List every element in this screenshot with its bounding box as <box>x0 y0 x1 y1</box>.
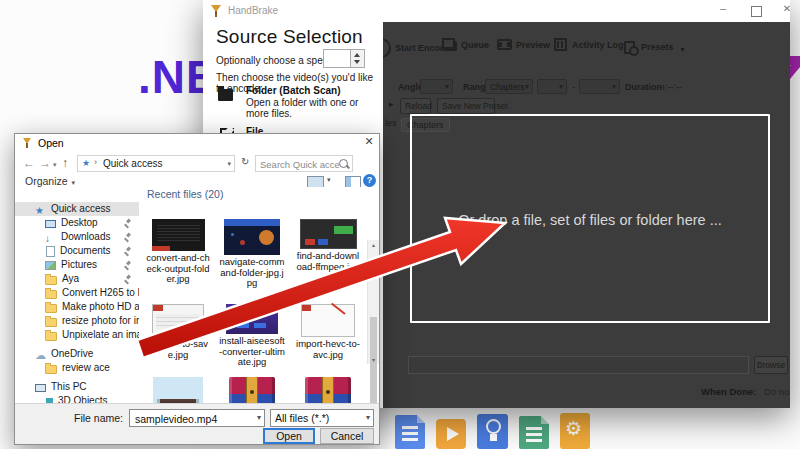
close-icon[interactable] <box>360 135 378 151</box>
minimize-icon[interactable] <box>715 2 731 18</box>
source-option-desc: Open a folder with one or more files. <box>246 97 379 119</box>
spin-down-icon[interactable] <box>354 60 360 64</box>
refresh-icon[interactable] <box>241 156 249 167</box>
range-end-dropdown[interactable] <box>579 79 620 94</box>
angle-dropdown[interactable] <box>420 79 453 94</box>
title-number-stepper[interactable] <box>350 49 365 68</box>
save-new-preset-button[interactable]: Save New Preset <box>437 98 495 114</box>
maximize-icon[interactable] <box>751 6 762 17</box>
green-doc-icon[interactable] <box>519 416 549 449</box>
search-box[interactable] <box>255 155 353 172</box>
chevron-down-icon[interactable] <box>227 160 231 168</box>
title-number-input[interactable] <box>323 49 351 68</box>
navigation-pane: Quick accessDesktopDownloadsDocumentsPic… <box>15 187 139 404</box>
back-icon[interactable] <box>23 156 35 170</box>
toolbar-item-preview[interactable]: Preview <box>497 38 550 51</box>
toolbar-item-presets[interactable]: Presets <box>622 38 685 56</box>
open-button[interactable]: Open <box>263 428 315 444</box>
star-icon <box>35 204 46 214</box>
sidebar-item-unpixelate-an-image[interactable]: Unpixelate an image <box>15 328 139 342</box>
drop-zone[interactable]: Or drop a file, set of files or folder h… <box>410 114 770 323</box>
breadcrumb[interactable]: Quick access <box>77 155 235 172</box>
sidebar-item-label: Downloads <box>61 230 110 244</box>
toolbar-item-label: Presets <box>641 42 674 52</box>
history-chevron-icon[interactable] <box>53 161 57 169</box>
sidebar-item-desktop[interactable]: Desktop <box>15 216 139 230</box>
sidebar-item-downloads[interactable]: Downloads <box>15 230 139 244</box>
when-done-row: When Done: Do nothing <box>701 386 790 397</box>
start-encode-icon <box>383 38 391 58</box>
file-list-scrollbar[interactable] <box>367 240 379 364</box>
file-thumbnail <box>152 219 205 251</box>
sidebar-item-quick-access[interactable]: Quick access <box>15 202 139 216</box>
file-thumbnail <box>305 377 351 404</box>
handbrake-titlebar: HandBrake <box>203 0 790 23</box>
file-name-combo[interactable] <box>129 409 265 427</box>
toolbar-item-label: Queue <box>461 40 489 50</box>
help-icon[interactable] <box>363 174 376 187</box>
sidebar-item-aya[interactable]: Aya <box>15 272 139 286</box>
lightbulb-icon[interactable] <box>477 414 508 449</box>
toolbar-item-activity-log[interactable]: Activity Log <box>553 38 624 51</box>
when-done-label: When Done: <box>701 386 756 397</box>
desktop-icon <box>45 220 56 228</box>
sidebar-item-onedrive[interactable]: OneDrive <box>15 347 139 361</box>
file-thumbnail <box>152 304 204 337</box>
reload-button[interactable]: Reload <box>400 98 431 114</box>
folder-icon <box>218 86 236 105</box>
open-dialog-title: Open <box>38 137 64 149</box>
screen: .NET 7 HandBrake Source Selection Option… <box>0 0 800 449</box>
close-icon[interactable] <box>779 3 795 19</box>
sidebar-item-make-photo-hd-article[interactable]: Make photo HD article <box>15 300 139 314</box>
destination-field[interactable] <box>408 356 749 374</box>
sidebar-item-documents[interactable]: Documents <box>15 244 139 258</box>
forward-icon[interactable] <box>39 156 51 170</box>
source-selection-heading: Source Selection <box>216 26 363 48</box>
cancel-button[interactable]: Cancel <box>320 428 374 444</box>
scrollbar-thumb[interactable] <box>370 317 377 411</box>
sidebar-item-label: This PC <box>51 380 87 394</box>
range-start-dropdown[interactable] <box>537 79 567 94</box>
file-item-label: find-and-download-ffmpeg.jpg <box>295 251 361 272</box>
section-header: Recent files (20) <box>147 188 223 200</box>
sidebar-item-review-ace[interactable]: review ace <box>15 361 139 375</box>
file-item-convert-and-check-output-folder-jpg[interactable]: convert-and-check-output-folder.jpg <box>145 219 211 285</box>
sidebar-item-this-pc[interactable]: This PC <box>15 380 139 394</box>
organize-menu[interactable]: Organize <box>25 175 75 187</box>
file-item-label: convert-and-check-output-folder.jpg <box>145 253 211 285</box>
file-name-input[interactable] <box>133 411 252 427</box>
file-item-find-and-download-ffmpeg-jpg[interactable]: find-and-download-ffmpeg.jpg <box>295 219 361 272</box>
spin-up-icon[interactable] <box>354 53 360 57</box>
file-item-install-aiseesoft-converter-ultimate-jpg[interactable]: install-aiseesoft-converter-ultimate.jpg <box>219 304 285 368</box>
play-icon[interactable] <box>436 419 466 449</box>
toolbar-item-start-encode[interactable]: Start Encode <box>383 38 451 58</box>
file-item-convert-to-save-jpg[interactable]: convert-to-save.jpg <box>145 304 211 360</box>
file-type-dropdown[interactable]: All files (*.*) <box>270 409 374 427</box>
when-done-dropdown[interactable]: Do nothing <box>764 386 790 397</box>
sidebar-item-label: Quick access <box>51 202 110 216</box>
search-input[interactable] <box>258 156 342 173</box>
file-item[interactable] <box>295 377 361 404</box>
browse-button[interactable]: Browse <box>754 356 788 374</box>
range-type-dropdown[interactable]: Chapters <box>485 79 533 94</box>
source-option-folder-batch-scan[interactable]: Folder (Batch Scan)Open a folder with on… <box>218 85 379 119</box>
file-item-import-hevc-to-avc-jpg[interactable]: import-hevc-to-avc.jpg <box>295 304 361 360</box>
tab-les[interactable]: les <box>385 118 397 128</box>
scroll-up-icon[interactable] <box>368 241 379 248</box>
file-item[interactable] <box>219 377 285 404</box>
sidebar-item-resize-photo-for-instag[interactable]: resize photo for instag <box>15 314 139 328</box>
file-item[interactable] <box>145 377 211 404</box>
file-item-navigate-command-folder-jpg-jpg[interactable]: navigate-command-folder-jpg.jpg <box>219 219 285 289</box>
source-option-title: Folder (Batch Scan) <box>246 85 379 97</box>
pin-icon <box>124 233 132 241</box>
scroll-down-icon[interactable] <box>368 356 379 363</box>
toolbar-item-queue[interactable]: Queue <box>442 38 489 51</box>
blue-doc-icon[interactable] <box>395 415 425 449</box>
folder-icon <box>45 332 57 341</box>
pin-icon <box>124 247 132 255</box>
up-icon[interactable] <box>62 156 68 170</box>
sidebar-item-convert-h265-to-h264[interactable]: Convert H265 to H264 <box>15 286 139 300</box>
gear-icon[interactable] <box>560 413 590 449</box>
chevron-down-icon[interactable] <box>257 413 261 422</box>
sidebar-item-pictures[interactable]: Pictures <box>15 258 139 272</box>
